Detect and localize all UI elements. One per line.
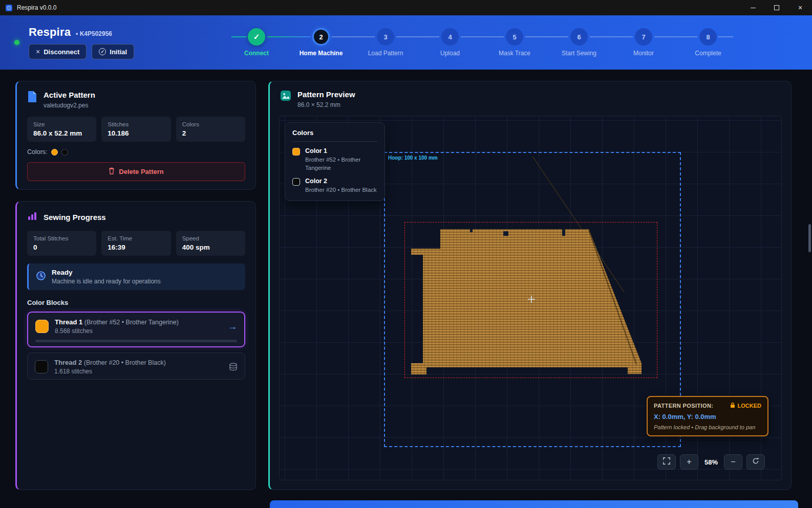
- file-icon: [27, 91, 37, 105]
- zoom-out-button[interactable]: −: [724, 454, 742, 470]
- step-number: 5: [506, 28, 523, 46]
- check-circle-icon: ✓: [99, 48, 106, 55]
- preview-dimensions: 86.0 × 52.2 mm: [297, 101, 355, 108]
- step-label: Connect: [244, 50, 269, 57]
- initial-label: Initial: [110, 48, 127, 56]
- color-desc: Brother #52 • Brother Tangerine: [305, 156, 377, 172]
- pattern-filename: valetudogv2.pes: [44, 102, 95, 109]
- lock-icon: [730, 402, 735, 409]
- minimize-button[interactable]: [741, 0, 765, 15]
- preview-canvas[interactable]: Hoop: 100 x 100 mm: [279, 116, 782, 480]
- arrow-right-icon: →: [228, 321, 237, 332]
- active-pattern-title: Active Pattern: [44, 91, 95, 99]
- status-subtitle: Machine is idle and ready for operations: [52, 278, 161, 285]
- position-coords: X: 0.0mm, Y: 0.0mm: [654, 413, 761, 421]
- thread-detail: (Brother #20 • Brother Black): [84, 359, 166, 366]
- step-monitor[interactable]: 7 Monitor: [611, 28, 676, 57]
- stat-label: Stitches: [108, 121, 164, 127]
- colors-panel: Colors Color 1 Brother #52 • Brother Tan…: [285, 122, 385, 201]
- step-start-sewing[interactable]: 6 Start Sewing: [547, 28, 611, 57]
- titlebar: Respira v0.0.0 ×: [0, 0, 812, 15]
- step-label: Mask Trace: [499, 50, 530, 57]
- step-number: 8: [699, 28, 717, 46]
- fit-screen-icon: [663, 457, 670, 467]
- initial-button[interactable]: ✓ Initial: [92, 44, 134, 59]
- layers-stack-icon: [229, 363, 238, 371]
- colors-panel-title: Colors: [292, 129, 377, 142]
- step-number: 2: [312, 28, 330, 46]
- thread-progress-track: [35, 340, 237, 342]
- app-window: Respira v0.0.0 × Respira • K4P502956 × D…: [0, 0, 812, 508]
- color-dot-tangerine: [51, 149, 58, 156]
- stat-label: Total Stitches: [33, 235, 90, 241]
- clock-icon: [36, 271, 46, 283]
- step-number: 6: [570, 28, 588, 46]
- step-mask-trace[interactable]: 5 Mask Trace: [482, 28, 547, 57]
- color-item-2: Color 2 Brother #20 • Brother Black: [292, 178, 377, 194]
- thread-row-2[interactable]: Thread 2 (Brother #20 • Brother Black) 1…: [27, 352, 245, 380]
- disconnect-x-icon: ×: [36, 48, 40, 56]
- color-swatch-black: [292, 178, 300, 186]
- zoom-in-button[interactable]: +: [680, 454, 698, 470]
- step-complete-check-icon: ✓: [248, 28, 265, 46]
- color-blocks-label: Color Blocks: [27, 299, 245, 306]
- maximize-button[interactable]: [765, 0, 788, 15]
- step-label: Load Pattern: [368, 50, 403, 57]
- stat-speed: Speed 400 spm: [176, 231, 245, 256]
- color-desc: Brother #20 • Brother Black: [305, 186, 377, 194]
- stat-value: 16:39: [108, 244, 164, 251]
- sewing-progress-title: Sewing Progress: [44, 213, 106, 222]
- step-connect[interactable]: ✓ Connect: [224, 28, 289, 57]
- scrollbar-thumb[interactable]: [808, 224, 811, 252]
- color-dot-black: [61, 149, 68, 156]
- window-title: Respira v0.0.0: [17, 4, 56, 11]
- step-label: Upload: [440, 50, 460, 57]
- step-number: 7: [635, 28, 652, 46]
- plus-icon: +: [687, 457, 691, 467]
- sewing-progress-card: Sewing Progress Total Stitches 0 Est. Ti…: [15, 201, 256, 490]
- status-title: Ready: [52, 269, 161, 276]
- step-load-pattern[interactable]: 3 Load Pattern: [353, 28, 418, 57]
- step-label: Start Sewing: [562, 50, 596, 57]
- color-item-1: Color 1 Brother #52 • Brother Tangerine: [292, 147, 377, 172]
- minimize-icon: [751, 8, 756, 8]
- stat-stitches: Stitches 10.186: [101, 117, 170, 142]
- active-pattern-card: Active Pattern valetudogv2.pes Size 86.0…: [15, 81, 256, 190]
- locked-label: LOCKED: [738, 403, 761, 409]
- stat-value: 2: [182, 129, 239, 137]
- left-column: Active Pattern valetudogv2.pes Size 86.0…: [15, 81, 256, 490]
- connection-status-dot: [14, 40, 19, 45]
- trash-icon: [109, 167, 115, 176]
- stat-est-time: Est. Time 16:39: [101, 231, 170, 256]
- app-header: Respira • K4P502956 × Disconnect ✓ Initi…: [0, 15, 812, 70]
- thread-name: Thread 1: [55, 318, 82, 326]
- stat-value: 86.0 x 52.2 mm: [33, 129, 90, 137]
- thread-row-1[interactable]: Thread 1 (Brother #52 • Brother Tangerin…: [27, 312, 245, 347]
- zoom-fit-button[interactable]: [657, 454, 676, 470]
- zoom-controls: + 58% −: [657, 454, 765, 470]
- thread-name: Thread 2: [54, 359, 82, 366]
- maximize-icon: [774, 5, 779, 10]
- stat-value: 0: [33, 244, 90, 251]
- step-upload[interactable]: 4 Upload: [418, 28, 482, 57]
- stat-colors: Colors 2: [176, 117, 245, 142]
- step-home-machine[interactable]: 2 Home Machine: [289, 28, 353, 57]
- delete-pattern-button[interactable]: Delete Pattern: [27, 162, 245, 181]
- stat-label: Size: [33, 121, 90, 127]
- thread-stitches: 1.618 stitches: [54, 368, 166, 375]
- zoom-reset-button[interactable]: [746, 454, 765, 470]
- thread-detail: (Brother #52 • Brother Tangerine): [84, 319, 179, 326]
- image-icon: [280, 90, 291, 103]
- stat-label: Colors: [182, 121, 239, 127]
- embroidery-pattern[interactable]: [409, 225, 643, 379]
- disconnect-button[interactable]: × Disconnect: [29, 44, 87, 59]
- step-complete[interactable]: 8 Complete: [676, 28, 740, 57]
- thread-stitches: 8.568 stitches: [55, 327, 179, 335]
- zoom-level: 58%: [704, 458, 718, 466]
- brand-block: Respira • K4P502956 × Disconnect ✓ Initi…: [29, 26, 134, 59]
- pattern-position-overlay: PATTERN POSITION: LOCKED X: 0.0mm, Y: 0.…: [647, 396, 768, 436]
- close-button[interactable]: ×: [788, 0, 812, 15]
- machine-serial: • K4P502956: [76, 30, 112, 37]
- thread-swatch-tangerine: [35, 320, 49, 333]
- stat-size: Size 86.0 x 52.2 mm: [27, 117, 96, 142]
